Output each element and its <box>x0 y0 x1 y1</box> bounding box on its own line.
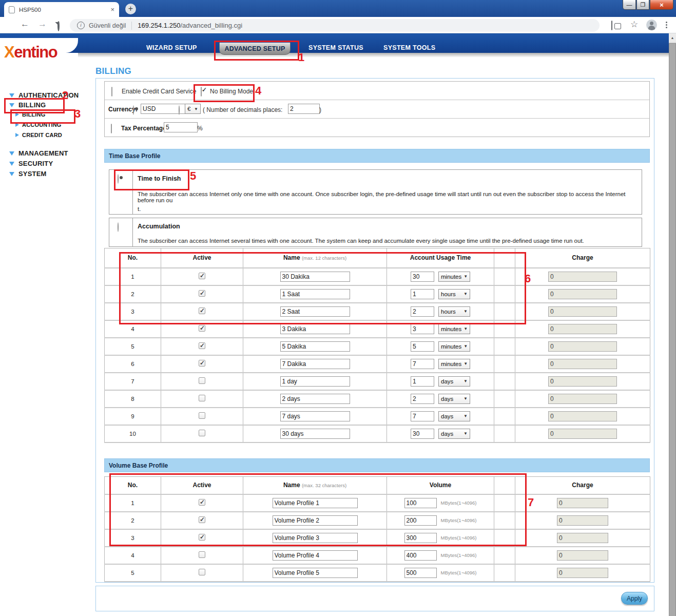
sidebar-item-credit-card-sub[interactable]: CREDIT CARD <box>15 132 62 138</box>
scrollbar-thumb[interactable] <box>669 43 676 616</box>
usage-time-input[interactable] <box>411 289 434 299</box>
usage-unit-select[interactable]: days▼ <box>438 376 470 387</box>
cell-no: 1 <box>105 268 161 285</box>
usage-unit-select[interactable]: minutes▼ <box>438 272 470 282</box>
volume-name-input[interactable] <box>273 568 358 578</box>
usage-unit-select[interactable]: hours▼ <box>438 289 470 299</box>
active-checkbox[interactable] <box>199 569 205 575</box>
tax-unit-label: % <box>197 125 203 132</box>
nav-wizard-setup[interactable]: WIZARD SETUP <box>146 44 197 51</box>
time-to-finish-radio[interactable] <box>118 174 119 184</box>
sidebar-item-billing[interactable]: BILLING <box>9 101 46 109</box>
accumulation-radio[interactable] <box>118 222 119 232</box>
browser-tab[interactable]: HSP500 × <box>4 2 119 17</box>
usage-time-input[interactable] <box>411 376 434 387</box>
usage-time-input[interactable] <box>411 411 434 421</box>
sidebar-item-system[interactable]: SYSTEM <box>9 170 47 178</box>
sidebar-item-management[interactable]: MANAGEMENT <box>9 149 68 157</box>
apply-button[interactable]: Apply <box>621 592 648 605</box>
window-minimize-button[interactable]: — <box>623 0 636 10</box>
window-close-button[interactable]: × <box>650 0 673 10</box>
active-checkbox[interactable] <box>199 534 205 541</box>
usage-time-input[interactable] <box>411 359 434 369</box>
decimals-input[interactable] <box>288 104 320 114</box>
profile-name-input[interactable] <box>280 324 350 334</box>
back-button[interactable]: ← <box>21 19 29 29</box>
info-icon[interactable]: i <box>77 22 85 29</box>
no-billing-mode-checkbox[interactable] <box>201 87 202 97</box>
profile-name-input[interactable] <box>280 394 350 404</box>
nav-advanced-setup[interactable]: ADVANCED SETUP <box>219 43 291 55</box>
active-checkbox[interactable] <box>199 516 205 523</box>
usage-time-input[interactable] <box>411 324 434 334</box>
currency-euro-select[interactable]: €▼ <box>185 104 201 114</box>
annotation-label-5: 5 <box>190 170 196 182</box>
forward-button[interactable]: → <box>38 19 47 29</box>
profile-name-input[interactable] <box>280 411 350 421</box>
usage-unit-select[interactable]: days▼ <box>438 429 470 439</box>
active-checkbox[interactable] <box>199 395 205 401</box>
active-checkbox[interactable] <box>199 290 205 297</box>
active-checkbox[interactable] <box>199 377 205 384</box>
profile-name-input[interactable] <box>280 306 350 317</box>
active-checkbox[interactable] <box>199 551 205 558</box>
usage-unit-select[interactable]: minutes▼ <box>438 359 470 369</box>
currency-usd-radio[interactable] <box>133 105 134 115</box>
tax-input[interactable] <box>164 122 198 132</box>
profile-name-input[interactable] <box>280 272 350 282</box>
cell-charge <box>515 564 650 582</box>
usage-unit-select[interactable]: days▼ <box>438 394 470 404</box>
nav-system-status[interactable]: SYSTEM STATUS <box>308 44 363 51</box>
usage-unit-select[interactable]: days▼ <box>438 411 470 421</box>
active-checkbox[interactable] <box>199 360 205 367</box>
new-tab-button[interactable]: + <box>125 4 136 14</box>
sidebar-item-billing-sub[interactable]: BILLING <box>15 111 45 118</box>
volume-input[interactable] <box>404 498 437 508</box>
usage-time-input[interactable] <box>411 341 434 352</box>
reload-button[interactable] <box>57 22 60 31</box>
active-checkbox[interactable] <box>199 342 205 349</box>
volume-name-input[interactable] <box>273 550 358 561</box>
usage-time-input[interactable] <box>411 272 434 282</box>
profile-name-input[interactable] <box>280 359 350 369</box>
active-checkbox[interactable] <box>199 430 205 436</box>
currency-euro-radio[interactable] <box>179 105 180 115</box>
volume-input[interactable] <box>404 550 437 561</box>
scrollbar-up-arrow[interactable]: ▲ <box>669 33 676 42</box>
active-checkbox[interactable] <box>199 307 205 314</box>
volume-name-input[interactable] <box>273 533 358 543</box>
nav-system-tools[interactable]: SYSTEM TOOLS <box>383 44 435 51</box>
volume-input[interactable] <box>404 515 437 526</box>
profile-avatar[interactable] <box>646 20 657 30</box>
profile-name-input[interactable] <box>280 341 350 352</box>
active-checkbox[interactable] <box>199 412 205 419</box>
time-base-profile-header: Time Base Profile <box>104 149 650 163</box>
page-scrollbar[interactable]: ▲ ▼ <box>669 33 676 616</box>
active-checkbox[interactable] <box>199 499 205 506</box>
active-checkbox[interactable] <box>199 273 205 279</box>
usage-time-input[interactable] <box>411 429 434 439</box>
volume-name-input[interactable] <box>273 515 358 526</box>
translate-button[interactable] <box>611 21 612 30</box>
window-restore-button[interactable]: ❐ <box>636 0 649 10</box>
sidebar-item-security[interactable]: SECURITY <box>9 160 53 167</box>
profile-name-input[interactable] <box>280 429 350 439</box>
active-checkbox[interactable] <box>199 325 205 332</box>
bookmark-star-icon[interactable]: ☆ <box>630 19 638 30</box>
profile-name-input[interactable] <box>280 376 350 387</box>
tab-close-icon[interactable]: × <box>110 6 114 13</box>
tax-checkbox[interactable] <box>111 124 112 133</box>
profile-name-input[interactable] <box>280 289 350 299</box>
volume-input[interactable] <box>404 568 437 578</box>
usage-unit-select[interactable]: hours▼ <box>438 306 470 317</box>
usage-time-input[interactable] <box>411 306 434 317</box>
sidebar-item-accounting-sub[interactable]: ACCOUNTING <box>15 122 62 128</box>
address-bar[interactable]: i Güvenli değil 169.254.1.250 /advanced_… <box>70 19 600 32</box>
usage-unit-select[interactable]: minutes▼ <box>438 341 470 352</box>
browser-menu-icon[interactable] <box>666 21 667 29</box>
usage-time-input[interactable] <box>411 394 434 404</box>
volume-input[interactable] <box>404 533 437 543</box>
usage-unit-select[interactable]: minutes▼ <box>438 324 470 334</box>
volume-name-input[interactable] <box>273 498 358 508</box>
enable-credit-card-checkbox[interactable] <box>111 87 112 97</box>
